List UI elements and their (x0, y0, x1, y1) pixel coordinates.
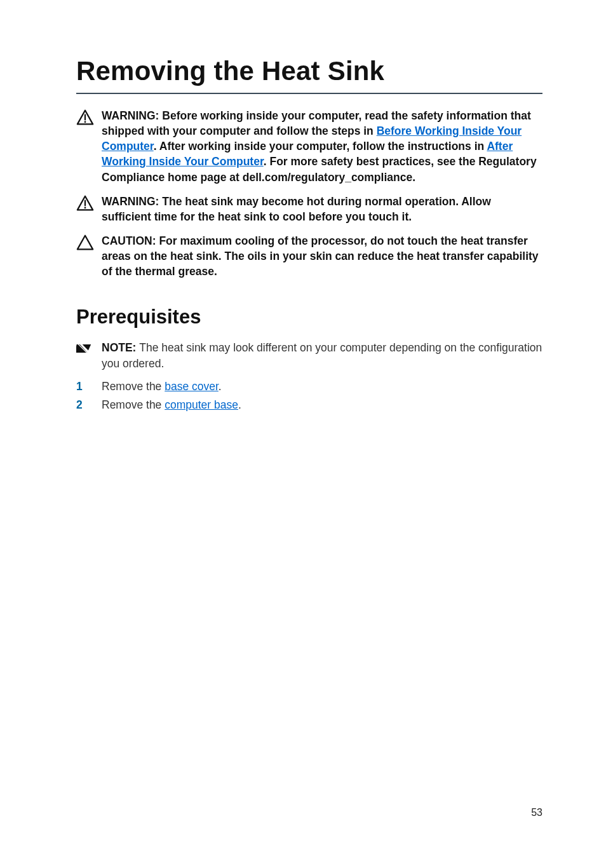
warning-icon (76, 109, 94, 126)
caution-text: CAUTION: For maximum cooling of the proc… (102, 233, 542, 279)
svg-point-3 (84, 207, 86, 208)
caution-block: CAUTION: For maximum cooling of the proc… (76, 233, 542, 279)
steps-list: 1 Remove the base cover. 2 Remove the co… (76, 380, 542, 412)
list-item: 1 Remove the base cover. (76, 380, 542, 393)
note-body: The heat sink may look different on your… (102, 341, 542, 369)
step-post: . (238, 398, 241, 411)
note-icon (76, 341, 93, 355)
step-pre: Remove the (102, 398, 165, 411)
step-number: 1 (76, 380, 102, 393)
page-title: Removing the Heat Sink (76, 56, 542, 86)
step-number: 2 (76, 398, 102, 412)
title-divider (76, 93, 542, 94)
warning-text-2: WARNING: The heat sink may become hot du… (102, 194, 542, 224)
link-computer-base[interactable]: computer base (165, 398, 238, 411)
step-post: . (219, 380, 222, 393)
link-base-cover[interactable]: base cover (165, 380, 219, 393)
warning-block-2: WARNING: The heat sink may become hot du… (76, 194, 542, 224)
warning-text-1: WARNING: Before working inside your comp… (102, 108, 542, 185)
page-number: 53 (531, 807, 542, 818)
step-text: Remove the base cover. (102, 380, 542, 393)
caution-icon (76, 234, 94, 251)
note-lead: NOTE: (102, 341, 139, 354)
step-pre: Remove the (102, 380, 165, 393)
note-block: NOTE: The heat sink may look different o… (76, 340, 542, 370)
step-text: Remove the computer base. (102, 398, 542, 412)
list-item: 2 Remove the computer base. (76, 398, 542, 412)
note-text: NOTE: The heat sink may look different o… (102, 340, 542, 370)
warning-icon (76, 195, 94, 212)
warning-block-1: WARNING: Before working inside your comp… (76, 108, 542, 185)
section-prerequisites: Prerequisites (76, 306, 542, 329)
warn1-t2: . After working inside your computer, fo… (154, 140, 487, 153)
svg-point-1 (84, 121, 86, 123)
